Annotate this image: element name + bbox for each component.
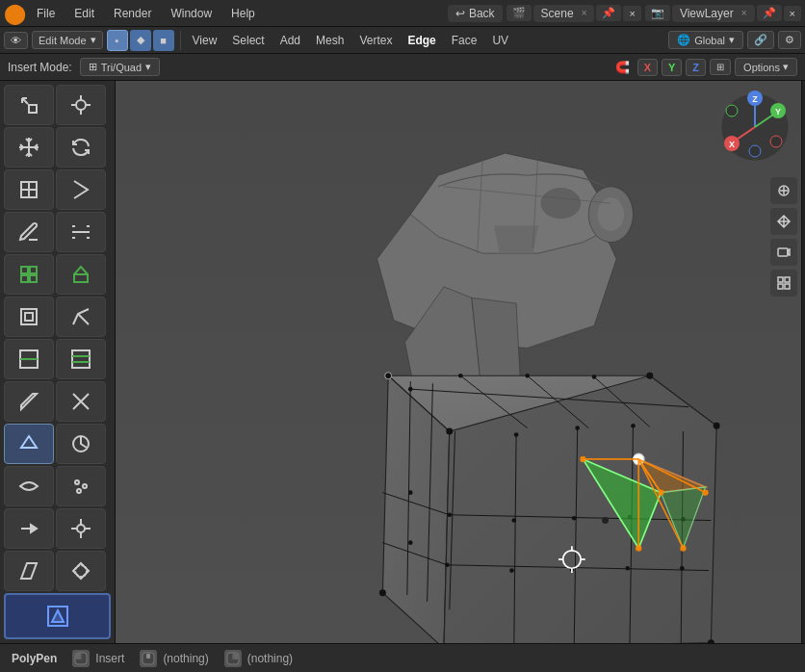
svg-point-83 [447,512,452,517]
svg-point-124 [770,136,782,147]
insert-dropdown[interactable]: ⊞ Tri/Quad ▾ [80,58,160,76]
zoom-fit-btn[interactable] [770,177,797,204]
x-axis-btn[interactable]: X [637,59,658,76]
rmb-icon [224,650,242,667]
svg-point-103 [581,457,585,462]
tool-name: PolyPen [12,652,57,665]
to-sphere-btn[interactable] [56,551,106,591]
scene-pin-btn[interactable]: 📌 [596,5,621,21]
rotate-btn[interactable] [56,127,106,168]
tool-row-2 [4,127,111,168]
svg-point-85 [445,562,450,567]
add-cube-btn[interactable] [4,254,54,295]
global-btn[interactable]: 🌐 Global ▾ [668,31,743,49]
transform-btn[interactable] [56,169,106,210]
lmb-label: Insert [95,652,124,665]
move-btn[interactable] [4,127,54,168]
svg-marker-33 [21,563,37,579]
scene-tab-icon-btn[interactable]: 🎬 [506,5,532,21]
svg-point-106 [681,546,686,551]
tool-row-4 [4,212,111,252]
view-btn[interactable] [770,270,797,297]
offset-edge-btn[interactable] [56,339,106,379]
measure-btn[interactable] [56,212,106,252]
nav-gizmo[interactable]: Z Y X [716,89,793,166]
edge-select-btn[interactable]: ◆ [130,30,151,51]
cursor-btn[interactable] [56,85,106,125]
link-btn[interactable]: 🔗 [747,31,774,49]
tool-row-12 [4,551,111,591]
svg-rect-13 [74,274,88,282]
view-icon: 👁 [11,35,21,46]
tool-row-11 [4,508,111,549]
knife-btn[interactable] [4,381,54,422]
camera-btn[interactable] [770,239,797,266]
select-box-btn[interactable] [4,85,54,125]
bisect-btn[interactable] [56,381,106,422]
smooth-btn[interactable] [4,466,54,506]
transform-orient-btn[interactable]: ⊞ [710,59,731,75]
annotate-btn[interactable] [4,212,54,252]
menu-mesh[interactable]: Mesh [310,32,350,49]
header-tab-viewlayer[interactable]: ViewLayer × [672,5,755,22]
vertex-select-btn[interactable]: ▪ [107,30,128,51]
scene-tab-close[interactable]: × [582,8,587,18]
svg-rect-140 [146,654,150,659]
scene-close-btn[interactable]: × [623,6,640,21]
svg-point-84 [408,540,413,545]
back-tab-label: Back [469,7,495,20]
svg-point-81 [631,424,636,428]
shear-btn[interactable] [4,551,54,591]
svg-point-72 [379,589,386,596]
y-axis-btn[interactable]: Y [662,59,682,76]
poly-build-btn[interactable] [4,424,54,464]
svg-text:X: X [729,140,735,149]
svg-point-68 [385,373,392,379]
menu-vertex[interactable]: Vertex [353,32,398,49]
viewlayer-pin-btn[interactable]: 📌 [757,5,782,21]
menu-view[interactable]: View [187,32,223,49]
menu-render[interactable]: Render [106,5,159,22]
menu-select[interactable]: Select [226,32,270,49]
viewlayer-tab-close[interactable]: × [741,8,747,18]
svg-point-25 [77,489,81,493]
menu-help[interactable]: Help [223,5,263,22]
bevel-btn[interactable] [56,297,106,337]
edge-slide-btn[interactable] [4,508,54,549]
menu-add[interactable]: Add [274,32,306,49]
pan-btn[interactable] [770,208,797,235]
extrude-btn[interactable] [56,254,106,295]
view-icon-btn[interactable]: 👁 [4,32,28,49]
lmb-icon [72,650,90,667]
scale-btn[interactable] [4,169,54,210]
shrink-fatten-btn[interactable] [56,508,106,549]
menu-file[interactable]: File [29,5,63,22]
loop-cut-btn[interactable] [4,339,54,379]
z-axis-btn[interactable]: Z [686,59,706,76]
header-tab-back[interactable]: ↩ Back [448,5,503,22]
viewlayer-tab-icon-btn[interactable]: 📷 [645,5,670,21]
header-tab-scene[interactable]: Scene × [533,5,595,22]
menu-edit[interactable]: Edit [66,5,102,22]
mode-dropdown[interactable]: Edit Mode ▾ [32,31,103,49]
svg-rect-11 [30,275,37,282]
inset-btn[interactable] [4,297,54,337]
svg-rect-12 [21,275,28,282]
menu-window[interactable]: Window [163,5,220,22]
viewport-right-btns [770,177,797,297]
viewport-right-separator [801,81,805,643]
randomize-btn[interactable] [56,466,106,506]
menu-edge[interactable]: Edge [402,32,441,49]
viewport[interactable]: Z Y X [116,81,801,643]
menu-face[interactable]: Face [446,32,483,49]
svg-marker-21 [21,436,37,448]
svg-point-24 [83,484,87,488]
spin-btn[interactable] [56,424,106,464]
face-select-btn[interactable]: ■ [153,30,174,51]
options-btn[interactable]: Options ▾ [735,58,797,76]
active-tool-btn[interactable] [4,593,111,639]
menu-uv[interactable]: UV [486,32,514,49]
snap-btn[interactable]: ⚙ [778,31,801,49]
svg-point-125 [726,105,738,116]
viewlayer-close-btn[interactable]: × [784,6,801,21]
